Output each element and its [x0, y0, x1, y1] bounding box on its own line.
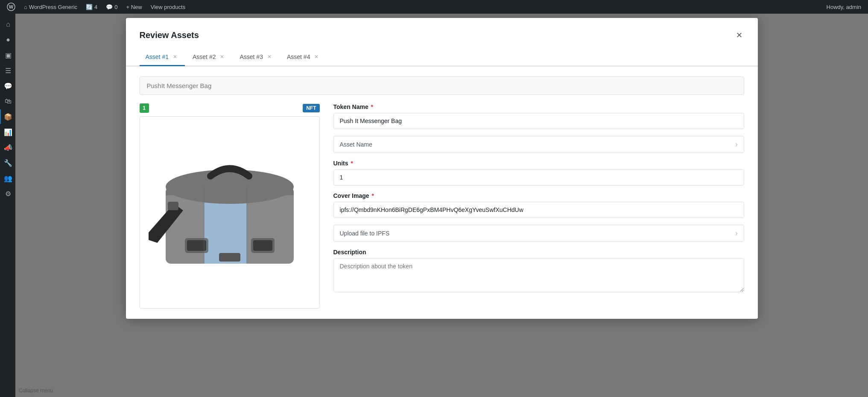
upload-ipfs-field-group: Upload file to IPFS › — [333, 225, 744, 242]
site-name-label: WordPress Generic — [29, 4, 77, 10]
tab-asset-2[interactable]: Asset #2 ✕ — [187, 49, 232, 66]
token-name-input[interactable] — [333, 113, 744, 129]
sidebar-item-users[interactable]: 👥 — [0, 171, 15, 185]
svg-rect-9 — [253, 240, 272, 251]
updates-bar-item[interactable]: 🔄 4 — [82, 0, 101, 14]
sidebar-item-profile[interactable]: ● — [0, 32, 15, 47]
product-name-input[interactable] — [140, 76, 744, 95]
token-name-label: Token Name * — [333, 103, 744, 110]
sidebar-item-woocommerce[interactable]: 🛍 — [0, 94, 15, 109]
modal-overlay: Review Assets × Asset #1 ✕ Asset #2 ✕ As… — [15, 14, 868, 397]
updates-count: 4 — [94, 4, 97, 10]
tab-asset-4[interactable]: Asset #4 ✕ — [281, 49, 326, 66]
main-content: Review Assets × Asset #1 ✕ Asset #2 ✕ As… — [15, 14, 868, 397]
sidebar-item-dashboard[interactable]: ⌂ — [0, 17, 15, 32]
asset-badges: 1 NFT — [140, 103, 320, 113]
tab-3-close[interactable]: ✕ — [266, 53, 273, 61]
sidebar-item-media[interactable]: ▣ — [0, 48, 15, 62]
units-required: * — [351, 160, 353, 167]
howdy-label: Howdy, admin — [827, 4, 861, 10]
wordpress-icon: W — [7, 3, 15, 11]
units-field-group: Units * — [333, 160, 744, 185]
asset-left: 1 NFT — [140, 103, 320, 309]
tab-asset-3[interactable]: Asset #3 ✕ — [234, 49, 279, 66]
description-textarea[interactable] — [333, 258, 744, 292]
token-name-required: * — [371, 103, 373, 110]
wp-sidebar: ⌂ ● ▣ ☰ 💬 🛍 📦 📊 📣 🔧 👥 ⚙ — [0, 14, 15, 397]
tab-1-close[interactable]: ✕ — [171, 53, 179, 61]
updates-icon: 🔄 — [86, 4, 93, 10]
sidebar-item-settings[interactable]: ⚙ — [0, 186, 15, 201]
asset-name-expand-arrow: › — [735, 141, 737, 148]
review-assets-modal: Review Assets × Asset #1 ✕ Asset #2 ✕ As… — [126, 18, 758, 319]
sidebar-item-comments[interactable]: 💬 — [0, 79, 15, 93]
modal-close-button[interactable]: × — [734, 28, 744, 42]
svg-rect-5 — [168, 202, 178, 210]
sidebar-item-analytics[interactable]: 📊 — [0, 125, 15, 139]
svg-text:W: W — [9, 4, 14, 9]
asset-right: Token Name * Asset Name › — [333, 103, 744, 292]
upload-ipfs-expandable[interactable]: Upload file to IPFS › — [333, 225, 744, 242]
tab-2-label: Asset #2 — [193, 53, 216, 60]
new-label: + New — [126, 4, 142, 10]
bag-image — [140, 135, 319, 289]
modal-title: Review Assets — [140, 30, 199, 40]
asset-name-field-group: Asset Name › — [333, 136, 744, 153]
admin-bar: W ⌂ WordPress Generic 🔄 4 💬 0 + New View… — [0, 0, 868, 14]
tab-3-label: Asset #3 — [240, 53, 263, 60]
sidebar-item-marketing[interactable]: 📣 — [0, 140, 15, 155]
wp-logo-item[interactable]: W — [3, 0, 19, 14]
sidebar-item-tools[interactable]: 🔧 — [0, 156, 15, 170]
view-products-label: View products — [151, 4, 185, 10]
tab-1-label: Asset #1 — [146, 53, 169, 60]
comments-count: 0 — [114, 4, 117, 10]
tab-asset-1[interactable]: Asset #1 ✕ — [140, 49, 185, 66]
asset-number-badge: 1 — [140, 103, 149, 113]
token-name-field-group: Token Name * — [333, 103, 744, 129]
tab-4-close[interactable]: ✕ — [313, 53, 320, 61]
cover-image-field-group: Cover Image * — [333, 192, 744, 218]
description-label: Description — [333, 249, 744, 256]
asset-nft-badge: NFT — [303, 104, 319, 112]
modal-tabs: Asset #1 ✕ Asset #2 ✕ Asset #3 ✕ Asset #… — [126, 49, 758, 66]
tab-2-close[interactable]: ✕ — [218, 53, 226, 61]
cover-image-required: * — [371, 192, 374, 199]
tab-4-label: Asset #4 — [287, 53, 310, 60]
modal-header: Review Assets × — [126, 18, 758, 49]
cover-image-input[interactable] — [333, 202, 744, 218]
svg-rect-7 — [187, 240, 206, 251]
admin-bar-right: Howdy, admin — [827, 4, 865, 10]
upload-ipfs-expand-arrow: › — [735, 229, 737, 237]
description-field-group: Description — [333, 249, 744, 292]
home-bar-icon: ⌂ — [24, 4, 27, 10]
site-name-bar-item[interactable]: ⌂ WordPress Generic — [20, 0, 81, 14]
asset-name-label: Asset Name — [340, 141, 372, 148]
view-products-bar-item[interactable]: View products — [147, 0, 189, 14]
comments-icon: 💬 — [106, 4, 113, 10]
upload-ipfs-label: Upload file to IPFS — [340, 230, 390, 237]
comments-bar-item[interactable]: 💬 0 — [102, 0, 121, 14]
units-label: Units * — [333, 160, 744, 167]
asset-name-expandable[interactable]: Asset Name › — [333, 136, 744, 153]
modal-body: 1 NFT — [126, 66, 758, 319]
units-input[interactable] — [333, 169, 744, 185]
sidebar-item-pages[interactable]: ☰ — [0, 63, 15, 78]
asset-image-container — [140, 116, 320, 309]
svg-rect-10 — [219, 253, 240, 262]
asset-section: 1 NFT — [140, 103, 744, 309]
sidebar-item-products[interactable]: 📦 — [0, 109, 15, 124]
cover-image-label: Cover Image * — [333, 192, 744, 199]
bag-svg — [149, 144, 311, 281]
new-bar-item[interactable]: + New — [123, 0, 146, 14]
